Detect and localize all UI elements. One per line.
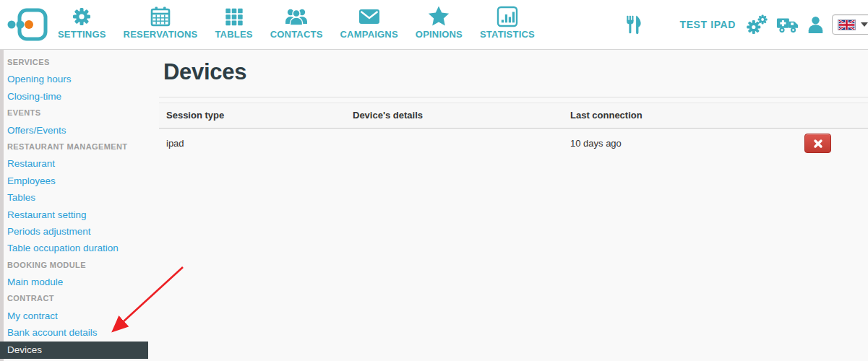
grid-icon: [224, 5, 244, 27]
sidebar-section-contract: CONTRACT: [0, 290, 148, 307]
cell-device-details: [345, 129, 563, 159]
nav-item-reservations[interactable]: RESERVATIONS: [124, 0, 198, 49]
column-header-last-connection: Last connection: [563, 103, 797, 129]
table-row: ipad 10 days ago: [159, 129, 868, 159]
sidebar-item-main-module[interactable]: Main module: [0, 274, 148, 290]
sidebar-item-periods-adjustment[interactable]: Periods adjustment: [0, 223, 148, 240]
sidebar-item-restaurant[interactable]: Restaurant: [0, 155, 148, 172]
star-icon: [428, 5, 450, 27]
gear-icon: [72, 5, 92, 27]
close-icon: [813, 139, 823, 149]
cell-last-connection: 10 days ago: [563, 129, 797, 159]
nav-item-opinions[interactable]: OPINIONS: [416, 0, 463, 49]
top-nav-bar: SETTINGS RESERVATION: [0, 0, 868, 50]
sidebar-section-booking-module: BOOKING MODULE: [0, 257, 148, 274]
cell-actions: [797, 129, 868, 159]
delivery-truck-icon[interactable]: [776, 16, 799, 34]
sidebar-item-devices[interactable]: Devices: [0, 342, 148, 359]
envelope-icon: [358, 5, 380, 27]
chevron-down-icon: [861, 22, 868, 27]
restaurant-utensils-icon[interactable]: [623, 13, 645, 36]
sidebar-item-restaurant-setting[interactable]: Restaurant setting: [0, 206, 148, 223]
nav-item-statistics[interactable]: STATISTICS: [480, 0, 535, 49]
devices-table: Session type Device's details Last conne…: [159, 103, 868, 158]
gears-icon[interactable]: [745, 14, 768, 35]
sidebar-item-my-contract[interactable]: My contract: [0, 308, 148, 324]
sidebar: SERVICES Opening hours Closing-time EVEN…: [0, 50, 148, 361]
language-selector[interactable]: [832, 14, 868, 35]
nav-label: CONTACTS: [270, 29, 323, 40]
sidebar-section-services: SERVICES: [0, 54, 148, 71]
nav-label: CAMPAIGNS: [340, 29, 398, 40]
page-title: Devices: [163, 59, 868, 85]
sidebar-section-restaurant-management: RESTAURANT MANAGEMENT: [0, 139, 148, 155]
nav-label: TABLES: [215, 29, 252, 40]
nav-label: STATISTICS: [480, 29, 535, 40]
main-navigation: SETTINGS RESERVATION: [58, 0, 535, 49]
sidebar-item-table-occupation-duration[interactable]: Table occupation duration: [0, 240, 148, 256]
calendar-icon: [150, 5, 171, 27]
column-header-device-details: Device's details: [345, 103, 563, 129]
sidebar-section-events: EVENTS: [0, 105, 148, 121]
column-header-session-type: Session type: [159, 103, 345, 129]
people-icon: [284, 5, 309, 27]
uk-flag-icon: [838, 19, 856, 30]
sidebar-item-bank-account-details[interactable]: Bank account details: [0, 324, 148, 341]
nav-label: RESERVATIONS: [124, 29, 198, 40]
account-name[interactable]: TEST IPAD: [680, 19, 736, 30]
nav-label: SETTINGS: [58, 29, 106, 40]
sidebar-item-employees[interactable]: Employees: [0, 173, 148, 189]
cell-session-type: ipad: [159, 129, 345, 159]
delete-device-button[interactable]: [804, 134, 831, 153]
nav-item-settings[interactable]: SETTINGS: [58, 0, 106, 49]
topbar-right-cluster: TEST IPAD: [623, 0, 868, 49]
sidebar-item-opening-hours[interactable]: Opening hours: [0, 71, 148, 87]
user-icon[interactable]: [807, 15, 824, 34]
heading-divider: [159, 97, 868, 97]
bar-chart-icon: [497, 5, 518, 27]
table-header-row: Session type Device's details Last conne…: [159, 103, 868, 129]
nav-item-campaigns[interactable]: CAMPAIGNS: [340, 0, 398, 49]
nav-item-contacts[interactable]: CONTACTS: [270, 0, 323, 49]
nav-item-tables[interactable]: TABLES: [215, 0, 252, 49]
sidebar-item-offers-events[interactable]: Offers/Events: [0, 122, 148, 139]
app-logo[interactable]: [7, 6, 48, 49]
sidebar-item-closing-time[interactable]: Closing-time: [0, 88, 148, 105]
nav-label: OPINIONS: [416, 29, 463, 40]
main-content: Devices Session type Device's details La…: [148, 50, 868, 361]
dots-square-logo-icon: [7, 6, 48, 43]
sidebar-item-tables[interactable]: Tables: [0, 189, 148, 206]
column-header-actions: [797, 103, 868, 129]
